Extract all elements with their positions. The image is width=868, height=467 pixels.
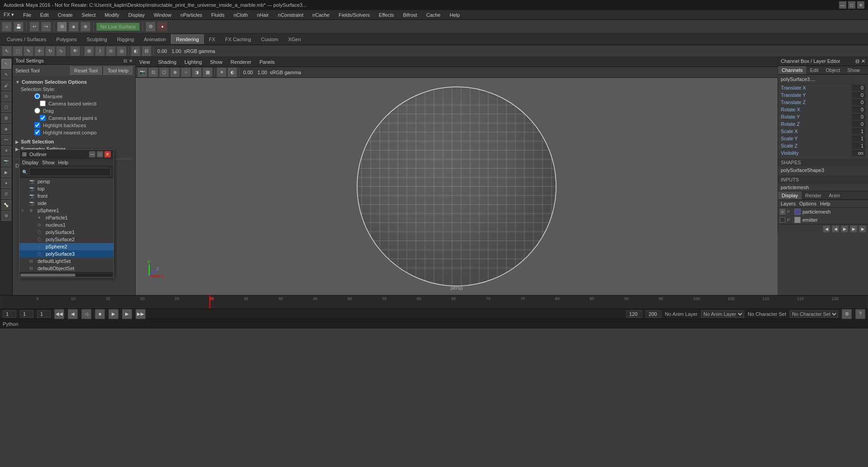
outliner-item-psphere1[interactable]: + ⊕ pSphere1 (19, 207, 113, 214)
tab-curves-surfaces[interactable]: Curves / Surfaces (2, 34, 51, 44)
sculpt-icon[interactable]: ✎ (1, 70, 11, 80)
lighting-menu[interactable]: Lighting (183, 58, 204, 66)
layer-vis-emitter[interactable] (780, 217, 785, 223)
outliner-help-menu[interactable]: Help (58, 160, 69, 165)
outliner-item-nparticle1[interactable]: ✦ nParticle1 (19, 214, 113, 221)
anim-layer-select[interactable]: No Anim Layer (701, 310, 744, 318)
vp-camera-btn[interactable]: 📷 (137, 67, 147, 77)
outliner-close[interactable]: ✕ (104, 151, 111, 157)
channel-rotate-z[interactable]: Rotate Z 0 (778, 120, 868, 128)
play-back-btn[interactable]: ◁ (81, 309, 91, 319)
layer-p-particlemesh[interactable]: P (787, 210, 793, 214)
menu-file[interactable]: File (21, 11, 33, 19)
vp-shadow-btn[interactable]: ◐ (227, 67, 237, 77)
snap-curve-btn[interactable]: ⌇ (95, 46, 105, 56)
layer-row-particlemesh[interactable]: V P particlemesh (778, 208, 868, 216)
rigging-icon[interactable]: 🦴 (1, 200, 11, 210)
frame-marker-input[interactable] (37, 310, 51, 318)
tab-polygons[interactable]: Polygons (51, 34, 81, 44)
paint-btn[interactable]: ✎ (24, 46, 33, 56)
layer-vis-particlemesh[interactable]: V (780, 209, 785, 214)
vp-smooth-btn[interactable]: ○ (181, 67, 191, 77)
next-key-btn[interactable]: ▶ (122, 309, 132, 319)
snap-point-btn[interactable]: ⊙ (106, 46, 116, 56)
show-menu[interactable]: Show (208, 58, 225, 66)
select-tool-btn[interactable]: ↖ (2, 46, 12, 56)
camera-icon[interactable]: 📷 (1, 157, 11, 167)
vp-texture-btn[interactable]: ▦ (203, 67, 212, 77)
channel-scale-z[interactable]: Scale Z 1 (778, 142, 868, 149)
renderer-menu[interactable]: Renderer (229, 58, 253, 66)
viewport-canvas[interactable]: X Y Z persp (136, 78, 778, 295)
settings-icon[interactable]: ⚙ (1, 211, 11, 221)
channel-scale-x[interactable]: Scale X 1 (778, 128, 868, 135)
render-icon[interactable]: ▶ (1, 167, 11, 177)
tab-custom[interactable]: Custom (256, 34, 283, 44)
camera-based-selection-check[interactable] (40, 100, 46, 106)
panels-menu[interactable]: Panels (258, 58, 277, 66)
menu-select[interactable]: Select (80, 11, 98, 19)
ipr-btn[interactable]: ● (157, 22, 167, 32)
outliner-item-polysurface3[interactable]: ⬡ polySurface3 (19, 250, 113, 257)
menu-effects[interactable]: Effects (377, 11, 396, 19)
tab-rendering[interactable]: Rendering (171, 34, 204, 44)
maximize-btn[interactable]: □ (848, 1, 855, 9)
cb-tab-show[interactable]: Show (844, 66, 863, 74)
stop-btn[interactable]: ■ (95, 309, 105, 319)
snap-surface-btn[interactable]: ◎ (117, 46, 127, 56)
menu-ncloth[interactable]: nCloth (232, 11, 250, 19)
prev-key-btn[interactable]: ◀ (68, 309, 78, 319)
prev-frame-btn[interactable]: ◀◀ (54, 309, 64, 319)
tool-help-btn[interactable]: Tool Help (104, 67, 132, 75)
current-frame-input[interactable] (20, 310, 33, 318)
transform-btn[interactable]: ⚙ (57, 22, 67, 32)
tool-settings-float[interactable]: ⊟ (123, 58, 127, 63)
select-icon[interactable]: ↖ (1, 59, 11, 69)
vp-perspective-btn[interactable]: ⬡ (159, 67, 169, 77)
outliner-item-defaultobjectset[interactable]: ⊟ defaultObjectSet (19, 265, 113, 272)
cb-tab-channels[interactable]: Channels (778, 66, 806, 74)
magnet-btn[interactable]: ⊕ (80, 22, 90, 32)
outliner-display-menu[interactable]: Display (22, 160, 38, 165)
lasso-btn[interactable]: ⬚ (13, 46, 23, 56)
char-set-select[interactable]: No Character Set (790, 310, 838, 318)
outliner-item-polysurface2[interactable]: ⬡ polySurface2 (19, 236, 113, 243)
window-controls[interactable]: — □ ✕ (839, 1, 864, 9)
highlight-nearest-check[interactable] (34, 129, 40, 135)
grid-icon[interactable]: ⊞ (1, 113, 11, 123)
channel-box-float[interactable]: ⊟ (855, 58, 859, 64)
outliner-item-top[interactable]: 📷 top (19, 185, 113, 192)
tool-settings-close[interactable]: ✕ (129, 58, 132, 63)
symmetry-btn[interactable]: ⊟ (142, 46, 151, 56)
layer-ctrl-play[interactable]: ▶ (841, 225, 848, 233)
layer-ctrl-prev2[interactable]: ◀ (832, 225, 839, 233)
menu-fx[interactable]: FX ▾ (2, 11, 16, 19)
soft-select-btn[interactable]: ◐ (131, 46, 141, 56)
playhead[interactable] (209, 295, 210, 309)
play-fwd-btn[interactable]: ▶ (108, 309, 118, 319)
layer-ctrl-next[interactable]: ▶ (850, 225, 857, 233)
curve-icon[interactable]: 〜 (1, 135, 11, 145)
channel-rotate-y[interactable]: Rotate Y 0 (778, 113, 868, 120)
outliner-item-front[interactable]: 📷 front (19, 192, 113, 200)
undo-btn[interactable]: ↩ (29, 22, 39, 32)
end-frame-input2[interactable] (646, 310, 661, 318)
channel-box-close[interactable]: ✕ (861, 58, 865, 64)
rotate-btn[interactable]: ↻ (45, 46, 55, 56)
next-frame-btn[interactable]: ▶▶ (136, 309, 146, 319)
highlight-backfaces-check[interactable] (34, 122, 40, 128)
cb-tab-object[interactable]: Object (822, 66, 844, 74)
channel-translate-x[interactable]: Translate X 0 (778, 84, 868, 91)
view-menu[interactable]: View (137, 58, 152, 66)
save-btn[interactable]: 💾 (14, 22, 24, 32)
tab-rigging[interactable]: Rigging (112, 34, 139, 44)
status-help-btn[interactable]: ? (855, 309, 865, 319)
common-selection-header[interactable]: ▼ Common Selection Options (15, 79, 132, 85)
outliner-minimize[interactable]: — (89, 151, 95, 157)
move-btn[interactable]: ✛ (34, 46, 44, 56)
timeline[interactable]: 5 10 15 20 25 30 35 40 45 50 55 60 65 70… (0, 295, 868, 309)
redo-btn[interactable]: ↪ (41, 22, 51, 32)
outliner-restore[interactable]: □ (97, 151, 103, 157)
drag-radio[interactable] (34, 108, 40, 114)
tab-animation[interactable]: Animation (139, 34, 171, 44)
